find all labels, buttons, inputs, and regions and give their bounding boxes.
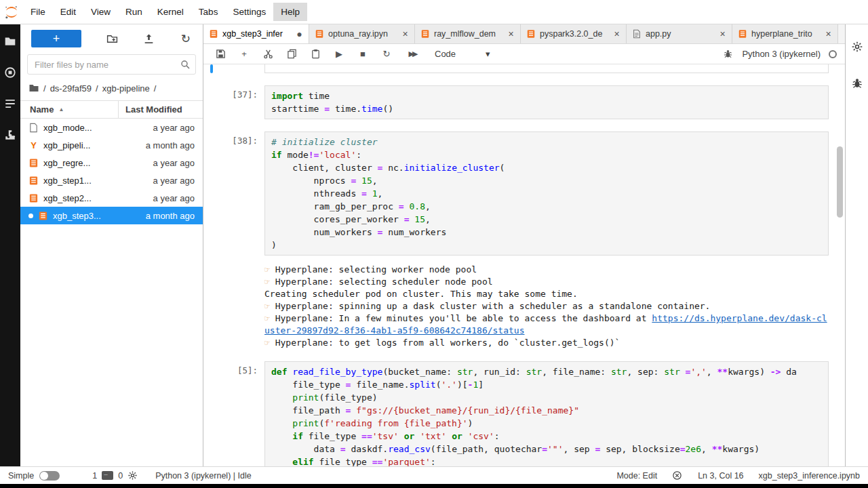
file-row-selected[interactable]: xgb_step3... a month ago — [20, 207, 203, 224]
new-folder-icon[interactable] — [106, 33, 118, 45]
property-inspector-icon[interactable] — [851, 41, 863, 56]
cell-input[interactable] — [264, 64, 829, 73]
file-icon — [28, 123, 39, 133]
simple-mode-toggle[interactable] — [39, 471, 60, 481]
column-header-name[interactable]: Name ▲ — [20, 101, 119, 118]
code-line: data = daskdf.read_csv(file_path, quotec… — [271, 443, 822, 455]
cut-cells-button[interactable] — [262, 48, 274, 60]
restart-run-all-button[interactable]: ▶▶ — [404, 48, 420, 60]
simple-mode-label: Simple — [8, 471, 34, 481]
notebook-file-icon — [28, 193, 39, 203]
tab-ray-mlflow-demo[interactable]: ray_mlflow_dem × — [415, 24, 521, 43]
notebook-cell[interactable]: [5]: def read_file_by_type(bucket_name: … — [210, 361, 829, 466]
debugger-panel-icon[interactable] — [851, 77, 863, 92]
menu-settings[interactable]: Settings — [225, 3, 273, 21]
menu-run[interactable]: Run — [118, 3, 150, 21]
file-row[interactable]: xgb_mode... a year ago — [20, 119, 203, 136]
menu-file[interactable]: File — [23, 3, 53, 21]
cell-type-dropdown[interactable]: Code ▾ — [435, 49, 490, 59]
breadcrumb-segment[interactable]: ds-29faf59 — [50, 83, 92, 94]
run-cell-button[interactable]: ▶ — [333, 48, 345, 60]
active-filename: xgb_step3_inference.ipynb — [759, 471, 860, 481]
file-browser-panel: + ↻ / ds-29faf59 — [20, 24, 203, 466]
restart-kernel-button[interactable]: ↻ — [380, 48, 393, 60]
menu-kernel[interactable]: Kernel — [150, 3, 191, 21]
code-line: num_workers = num_workers — [271, 226, 822, 239]
extension-manager-icon[interactable] — [4, 129, 16, 141]
active-cell-indicator — [210, 64, 216, 73]
menu-view[interactable]: View — [83, 3, 118, 21]
cell-input[interactable]: def read_file_by_type(bucket_name: str, … — [264, 361, 829, 466]
cell-type-value: Code — [435, 49, 456, 59]
kernel-status[interactable]: Python 3 (ipykernel) | Idle — [155, 471, 252, 481]
debugger-icon[interactable] — [722, 48, 734, 60]
file-row[interactable]: xgb_step2... a year ago — [20, 189, 203, 207]
code-line: nprocs = 15, — [271, 174, 822, 187]
notebook-cell-partial[interactable] — [210, 64, 829, 73]
cell-input[interactable]: import timestarttime = time.time() — [264, 85, 829, 119]
close-icon[interactable]: × — [506, 29, 516, 39]
code-line: starttime = time.time() — [271, 102, 822, 115]
breadcrumb-separator: / — [154, 83, 157, 94]
close-icon[interactable]: × — [717, 29, 728, 39]
kernel-name[interactable]: Python 3 (ipykernel) — [742, 49, 821, 59]
close-icon[interactable]: × — [823, 29, 833, 39]
home-folder-icon[interactable] — [28, 83, 39, 94]
menu-bar: File Edit View Run Kernel Tabs Settings … — [0, 0, 868, 24]
jupyterlab-window: File Edit View Run Kernel Tabs Settings … — [0, 0, 868, 488]
cursor-position[interactable]: Ln 3, Col 16 — [698, 471, 743, 481]
unsaved-dot-icon[interactable]: ● — [294, 29, 304, 39]
new-launcher-button[interactable]: + — [31, 30, 81, 47]
dashboard-link[interactable]: https://ds.hyperplane.dev/dask-cluster-2… — [264, 313, 827, 336]
notebook-cell[interactable]: [38]: # initialize clusterif mode!='loca… — [210, 131, 829, 256]
upload-icon[interactable] — [143, 33, 155, 45]
menu-help[interactable]: Help — [273, 3, 307, 21]
running-sessions-status[interactable]: 1 0 — [92, 470, 138, 481]
refresh-file-list-icon[interactable]: ↻ — [180, 33, 192, 45]
file-modified: a year ago — [153, 158, 195, 168]
menu-edit[interactable]: Edit — [53, 3, 83, 21]
save-button[interactable] — [214, 48, 226, 60]
running-sessions-icon[interactable] — [4, 66, 16, 79]
cell-input[interactable]: # initialize clusterif mode!='local': cl… — [264, 131, 829, 256]
notebook-cells: [37]: import timestarttime = time.time()… — [203, 64, 845, 466]
tab-hyperplane-triton[interactable]: hyperplane_trito × — [732, 24, 838, 43]
output-line: ☞ Hyperplane: In a few minutes you'll be… — [264, 312, 829, 337]
file-browser-tab-icon[interactable] — [4, 35, 16, 47]
file-row[interactable]: xgb_step1... a year ago — [20, 171, 203, 189]
file-browser-toolbar: + ↻ — [20, 24, 203, 53]
column-header-modified[interactable]: Last Modified — [119, 101, 203, 118]
kernel-status-icon[interactable] — [829, 50, 837, 58]
paste-cells-button[interactable] — [309, 48, 321, 60]
close-icon[interactable]: × — [400, 29, 410, 39]
notebook-file-icon — [28, 176, 39, 186]
notebook-scrollbar[interactable] — [837, 66, 843, 464]
notifications-off-icon[interactable] — [672, 470, 683, 481]
close-icon[interactable]: × — [612, 29, 622, 39]
tab-pyspark[interactable]: pyspark3.2.0_de × — [521, 24, 627, 43]
notebook-cell[interactable]: [37]: import timestarttime = time.time() — [210, 85, 829, 119]
file-modified: a year ago — [153, 123, 195, 133]
interrupt-kernel-button[interactable]: ■ — [357, 48, 369, 60]
toolbar-right: Python 3 (ipykernel) — [722, 48, 837, 60]
chevron-down-icon: ▾ — [486, 49, 490, 59]
table-of-contents-icon[interactable] — [4, 98, 16, 110]
copy-cells-button[interactable] — [285, 48, 298, 60]
tab-app-py[interactable]: app.py × — [627, 24, 732, 43]
file-row[interactable]: Y xgb_pipeli... a month ago — [20, 136, 203, 154]
output-line: ☞ Hyperplane: selecting worker node pool — [264, 264, 829, 276]
filter-files-input[interactable] — [27, 54, 196, 75]
tab-xgb-step3-inference[interactable]: xgb_step3_infer ● — [203, 24, 309, 44]
insert-cell-button[interactable]: + — [238, 48, 250, 60]
tab-optuna-ray[interactable]: optuna_ray.ipyn × — [309, 24, 415, 43]
breadcrumb-segment[interactable]: xgb-pipeline — [102, 83, 150, 94]
cell-indicator — [210, 85, 216, 119]
left-activity-bar — [0, 24, 20, 466]
output-line: ☞ Hyperplane: to get logs from all worke… — [264, 337, 829, 349]
tab-bar: xgb_step3_infer ● optuna_ray.ipyn × ray_… — [203, 24, 845, 44]
cell-output: ☞ Hyperplane: selecting worker node pool… — [210, 264, 829, 349]
scrollbar-thumb[interactable] — [837, 146, 843, 218]
menu-tabs[interactable]: Tabs — [191, 3, 226, 21]
tab-label: app.py — [646, 29, 713, 39]
file-row[interactable]: xgb_regre... a year ago — [20, 154, 203, 171]
